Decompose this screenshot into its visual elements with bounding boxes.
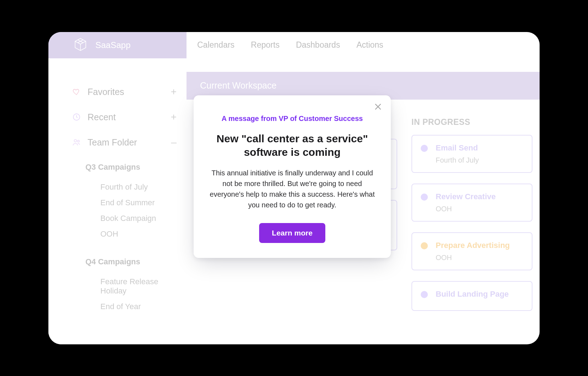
sidebar-group-title: Q3 Campaigns: [85, 163, 177, 172]
modal-title: New "call center as a service" software …: [209, 132, 375, 159]
status-dot-icon: [421, 242, 428, 249]
announcement-modal: A message from VP of Customer Success Ne…: [194, 95, 391, 258]
sidebar-favorites-label: Favorites: [88, 87, 124, 97]
nav-reports[interactable]: Reports: [251, 40, 280, 50]
card-subtitle: OOH: [436, 254, 510, 262]
sidebar-item[interactable]: OOH: [100, 229, 177, 239]
brand: SaaSapp: [48, 32, 187, 58]
close-icon[interactable]: [373, 102, 383, 112]
learn-more-button[interactable]: Learn more: [259, 223, 325, 243]
nav-calendars[interactable]: Calendars: [197, 40, 235, 50]
app-frame: SaaSapp Calendars Reports Dashboards Act…: [48, 32, 540, 344]
sidebar-item[interactable]: End of Summer: [100, 198, 177, 207]
board-column-in-progress: IN PROGRESS Email Send Fourth of July Re…: [411, 117, 532, 322]
board-card[interactable]: Prepare Advertising OOH: [411, 232, 532, 270]
card-title: Build Landing Page: [436, 290, 509, 299]
card-title: Prepare Advertising: [436, 241, 510, 250]
card-subtitle: Fourth of July: [436, 156, 479, 164]
sidebar-item[interactable]: Feature Release Holiday: [100, 277, 177, 296]
card-title: Email Send: [436, 143, 479, 153]
topnav: Calendars Reports Dashboards Actions: [187, 32, 540, 58]
nav-actions[interactable]: Actions: [356, 40, 383, 50]
svg-point-2: [78, 140, 79, 142]
status-dot-icon: [421, 291, 428, 298]
board-card[interactable]: Review Creative OOH: [411, 184, 532, 222]
status-dot-icon: [421, 145, 428, 152]
modal-eyebrow: A message from VP of Customer Success: [209, 115, 375, 123]
svg-point-1: [74, 139, 77, 142]
sidebar-favorites[interactable]: Favorites +: [72, 87, 177, 97]
card-subtitle: OOH: [436, 205, 496, 213]
board-card[interactable]: Email Send Fourth of July: [411, 135, 532, 173]
expand-icon[interactable]: +: [171, 86, 177, 97]
column-header: IN PROGRESS: [411, 117, 532, 127]
sidebar-recent[interactable]: Recent +: [72, 112, 177, 122]
collapse-icon[interactable]: –: [171, 137, 177, 148]
heart-icon: [72, 87, 81, 96]
status-dot-icon: [421, 194, 428, 201]
sidebar-group-title: Q4 Campaigns: [85, 257, 177, 266]
sidebar-recent-label: Recent: [88, 112, 116, 122]
logo-cube-icon: [73, 37, 88, 53]
modal-body: This annual initiative is finally underw…: [209, 168, 375, 210]
sidebar-team-folder[interactable]: Team Folder –: [72, 137, 177, 148]
sidebar: Favorites + Recent + Team Folder – Q3 Ca…: [48, 58, 187, 344]
expand-icon[interactable]: +: [171, 111, 177, 123]
clock-icon: [72, 112, 81, 122]
sidebar-team-label: Team Folder: [88, 137, 137, 148]
brand-name: SaaSapp: [95, 40, 131, 50]
sidebar-item[interactable]: Fourth of July: [100, 182, 177, 192]
sidebar-item[interactable]: End of Year: [100, 302, 177, 311]
sidebar-item[interactable]: Book Campaign: [100, 214, 177, 223]
nav-dashboards[interactable]: Dashboards: [296, 40, 340, 50]
topbar: SaaSapp Calendars Reports Dashboards Act…: [48, 32, 540, 58]
board-card[interactable]: Build Landing Page: [411, 281, 532, 311]
card-title: Review Creative: [436, 192, 496, 201]
people-icon: [72, 138, 81, 147]
workspace-title: Current Workspace: [200, 80, 277, 91]
